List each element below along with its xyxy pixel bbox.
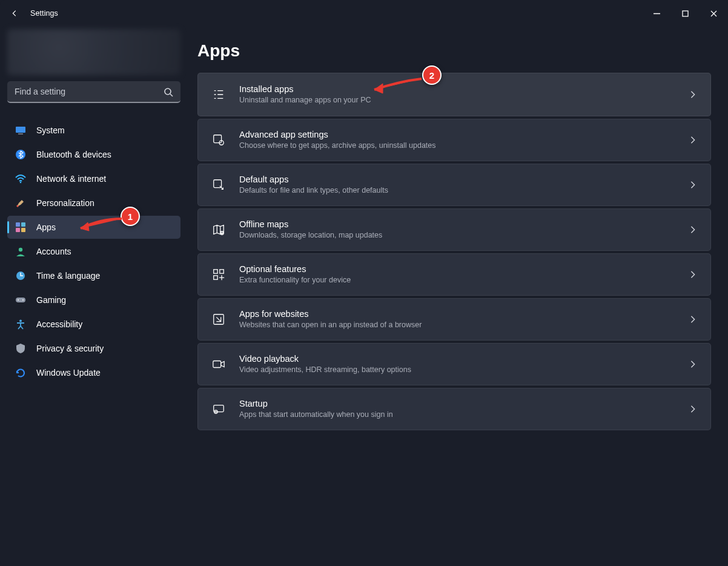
optional-features-icon <box>211 267 226 282</box>
chevron-right-icon <box>689 405 697 413</box>
svg-point-14 <box>22 299 24 301</box>
svg-rect-2 <box>16 127 25 133</box>
card-title: Video playback <box>239 353 411 364</box>
svg-rect-7 <box>21 222 25 227</box>
card-optional-features[interactable]: Optional features Extra functionality fo… <box>197 253 711 296</box>
card-title: Startup <box>239 398 393 409</box>
card-sub: Apps that start automatically when you s… <box>239 410 393 420</box>
card-sub: Defaults for file and link types, other … <box>239 186 388 196</box>
page-title: Apps <box>197 41 711 61</box>
card-apps-for-websites[interactable]: Apps for websites Websites that can open… <box>197 298 711 341</box>
installed-apps-icon <box>211 87 226 102</box>
default-apps-icon <box>211 178 226 192</box>
maximize-button[interactable] <box>671 4 700 23</box>
svg-rect-20 <box>214 270 217 273</box>
bluetooth-icon <box>15 148 27 161</box>
card-text: Offline maps Downloads, storage location… <box>239 219 382 241</box>
card-title: Optional features <box>239 264 351 275</box>
window-title: Settings <box>27 9 58 18</box>
card-text: Video playback Video adjustments, HDR st… <box>239 353 411 375</box>
minimize-icon <box>654 10 660 17</box>
svg-rect-12 <box>16 298 25 302</box>
back-button[interactable] <box>2 1 27 25</box>
close-icon <box>710 10 717 17</box>
sidebar-item-time-language[interactable]: Time & language <box>7 264 180 287</box>
svg-rect-3 <box>18 133 23 135</box>
svg-rect-16 <box>214 135 222 143</box>
sidebar-item-label: Personalization <box>36 198 94 208</box>
card-text: Installed apps Uninstall and manage apps… <box>239 84 371 105</box>
sidebar-item-network[interactable]: Network & internet <box>7 167 180 190</box>
sidebar-item-label: Bluetooth & devices <box>36 150 111 159</box>
svg-rect-24 <box>213 361 221 368</box>
startup-icon <box>211 402 226 416</box>
chevron-right-icon <box>689 181 697 189</box>
sidebar-item-label: Accounts <box>36 247 71 256</box>
nav-list: System Bluetooth & devices Network & int… <box>7 119 180 384</box>
sidebar-item-label: Apps <box>36 222 56 232</box>
svg-point-13 <box>18 299 19 301</box>
card-video-playback[interactable]: Video playback Video adjustments, HDR st… <box>197 343 711 385</box>
accessibility-icon <box>15 318 27 330</box>
sidebar-item-privacy[interactable]: Privacy & security <box>7 337 180 360</box>
sidebar-item-label: Windows Update <box>36 368 101 378</box>
svg-point-10 <box>19 248 22 251</box>
sidebar-item-personalization[interactable]: Personalization <box>7 191 180 215</box>
card-title: Advanced app settings <box>239 129 436 140</box>
arrow-left-icon <box>10 9 19 18</box>
sidebar-item-apps[interactable]: Apps <box>7 216 180 239</box>
sidebar-item-gaming[interactable]: Gaming <box>7 288 180 311</box>
svg-rect-21 <box>220 270 223 273</box>
card-title: Offline maps <box>239 219 382 230</box>
card-advanced-app-settings[interactable]: Advanced app settings Choose where to ge… <box>197 119 711 161</box>
system-icon <box>15 124 27 136</box>
card-text: Startup Apps that start automatically wh… <box>239 398 393 420</box>
window-controls <box>643 4 728 23</box>
map-icon <box>211 222 226 237</box>
card-default-apps[interactable]: Default apps Defaults for file and link … <box>197 164 711 206</box>
title-bar: Settings <box>0 0 728 27</box>
card-text: Apps for websites Websites that can open… <box>239 308 422 330</box>
card-text: Default apps Defaults for file and link … <box>239 174 388 196</box>
card-title: Apps for websites <box>239 308 422 319</box>
video-icon <box>211 357 226 371</box>
shield-icon <box>15 342 27 355</box>
chevron-right-icon <box>689 270 697 279</box>
card-installed-apps[interactable]: Installed apps Uninstall and manage apps… <box>197 73 711 116</box>
search-icon <box>164 87 173 97</box>
sidebar-item-system[interactable]: System <box>7 119 180 142</box>
update-icon <box>15 367 27 379</box>
sidebar-item-label: Time & language <box>36 271 100 281</box>
apps-websites-icon <box>211 312 226 327</box>
minimize-button[interactable] <box>643 4 671 23</box>
chevron-right-icon <box>689 90 697 99</box>
maximize-icon <box>682 10 689 17</box>
sidebar-item-label: Accessibility <box>36 319 82 329</box>
svg-rect-6 <box>16 222 20 227</box>
settings-card-list: Installed apps Uninstall and manage apps… <box>197 73 711 430</box>
user-account-block[interactable] <box>7 29 180 75</box>
card-startup[interactable]: Startup Apps that start automatically wh… <box>197 388 711 430</box>
close-button[interactable] <box>700 4 728 23</box>
svg-point-5 <box>20 182 22 184</box>
svg-rect-25 <box>214 405 224 412</box>
sidebar-item-label: Network & internet <box>36 174 106 184</box>
card-sub: Websites that can open in an app instead… <box>239 321 422 330</box>
search-input[interactable] <box>7 81 180 103</box>
chevron-right-icon <box>689 225 697 234</box>
card-title: Installed apps <box>239 84 371 95</box>
sidebar-item-windows-update[interactable]: Windows Update <box>7 361 180 384</box>
sidebar-item-bluetooth[interactable]: Bluetooth & devices <box>7 143 180 166</box>
sidebar-item-accessibility[interactable]: Accessibility <box>7 313 180 336</box>
svg-rect-0 <box>683 11 688 16</box>
chevron-right-icon <box>689 360 697 368</box>
sidebar-item-label: Privacy & security <box>36 344 104 353</box>
sidebar-item-accounts[interactable]: Accounts <box>7 240 180 263</box>
sidebar-item-label: Gaming <box>36 295 66 305</box>
card-text: Advanced app settings Choose where to ge… <box>239 129 436 151</box>
card-sub: Choose where to get apps, archive apps, … <box>239 141 436 151</box>
card-offline-maps[interactable]: Offline maps Downloads, storage location… <box>197 208 711 251</box>
card-sub: Downloads, storage location, map updates <box>239 231 382 241</box>
sidebar-item-label: System <box>36 125 65 135</box>
svg-point-15 <box>19 320 22 322</box>
